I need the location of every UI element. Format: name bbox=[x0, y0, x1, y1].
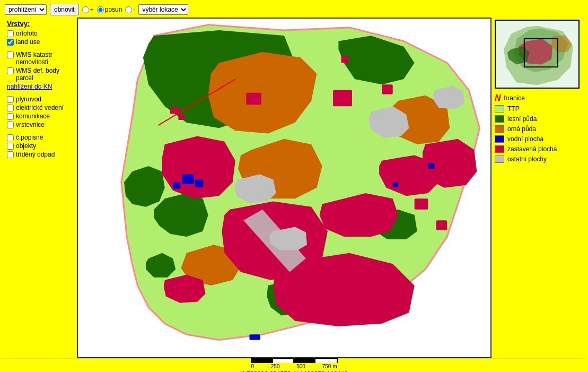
legend-label-ttp: TTP bbox=[507, 105, 520, 113]
legend-lesni: lesní půda bbox=[495, 115, 581, 123]
legend-ostatni: ostatní plochy bbox=[495, 155, 581, 163]
elektricke-checkbox[interactable] bbox=[7, 105, 14, 111]
svg-rect-29 bbox=[182, 174, 195, 184]
layer-ortofoto[interactable]: ortofoto bbox=[7, 30, 74, 37]
svg-marker-13 bbox=[162, 136, 235, 199]
sidebar-title: Vrstvy: bbox=[7, 20, 74, 28]
legend-vodni: vodní plocha bbox=[495, 135, 581, 143]
boundary-icon: N bbox=[495, 94, 501, 102]
main-area: Vrstvy: ortofoto land use WMS katastr ne… bbox=[2, 18, 586, 358]
wms-def-label: WMS def. body parcel bbox=[16, 67, 74, 82]
svg-rect-24 bbox=[436, 220, 447, 230]
vrstevnice-checkbox[interactable] bbox=[7, 122, 14, 128]
scale-label-250: 250 bbox=[271, 364, 280, 369]
wms-katastr-checkbox[interactable] bbox=[7, 51, 14, 58]
legend-color-ostatni bbox=[495, 155, 504, 163]
legend-color-zastavena bbox=[495, 145, 504, 153]
legend-label-lesni: lesní půda bbox=[507, 115, 537, 123]
layer-vrstevnice[interactable]: vrstevnice bbox=[7, 121, 74, 128]
wms-katastr-label: WMS katastr nemovitosti bbox=[16, 51, 74, 66]
minimap bbox=[495, 20, 580, 89]
trideny-checkbox[interactable] bbox=[7, 151, 14, 158]
legend-boundary: N hranice bbox=[495, 94, 581, 102]
legend: N hranice TTP lesní půda orná půda bbox=[495, 94, 581, 163]
layer-plynovod[interactable]: plynovod bbox=[7, 96, 74, 103]
layer-landuse[interactable]: land use bbox=[7, 38, 74, 46]
svg-rect-39 bbox=[178, 115, 185, 120]
radio-plus-label[interactable]: + bbox=[82, 6, 94, 13]
layer-trideny[interactable]: tříděný odpad bbox=[7, 151, 74, 158]
objekty-checkbox[interactable] bbox=[7, 143, 14, 150]
layer-wms-def[interactable]: WMS def. body parcel bbox=[7, 67, 74, 82]
legend-label-orna: orná půda bbox=[507, 125, 536, 133]
svg-rect-33 bbox=[393, 183, 398, 187]
radio-minus[interactable] bbox=[125, 6, 132, 13]
boundary-label: hranice bbox=[504, 94, 525, 102]
mode-select[interactable]: prohlížení bbox=[5, 4, 47, 15]
layer-elektricke[interactable]: elektrické vedení bbox=[7, 104, 74, 111]
legend-color-lesni bbox=[495, 115, 504, 123]
radio-plus[interactable] bbox=[82, 6, 89, 13]
legend-zastavena: zastavená plocha bbox=[495, 145, 581, 153]
map-svg bbox=[78, 19, 490, 357]
ortofoto-checkbox[interactable] bbox=[7, 30, 14, 37]
legend-ttp: TTP bbox=[495, 105, 581, 113]
svg-rect-34 bbox=[249, 334, 260, 340]
legend-label-ostatni: ostatní plochy bbox=[507, 155, 547, 163]
legend-label-vodni: vodní plocha bbox=[507, 135, 543, 143]
scale-bar: 0 250 500 750 m bbox=[251, 358, 338, 369]
ortofoto-label: ortofoto bbox=[16, 30, 38, 37]
svg-rect-31 bbox=[173, 183, 180, 189]
svg-rect-37 bbox=[341, 56, 348, 63]
refresh-button[interactable]: obnovit bbox=[50, 4, 79, 15]
layer-komunikace[interactable]: komunikace bbox=[7, 113, 74, 120]
landuse-checkbox[interactable] bbox=[7, 39, 14, 46]
radio-minus-label[interactable]: - bbox=[125, 6, 135, 13]
komunikace-checkbox[interactable] bbox=[7, 113, 14, 120]
vrstevnice-label: vrstevnice bbox=[16, 121, 45, 128]
wms-def-checkbox[interactable] bbox=[7, 67, 14, 74]
layer-cpopisne[interactable]: č.popisné bbox=[7, 134, 74, 141]
layer-wms-katastr[interactable]: WMS katastr nemovitosti bbox=[7, 51, 74, 66]
status-bar: 0 250 500 750 m X-722896.234558, Y-11933… bbox=[2, 358, 586, 372]
sidebar: Vrstvy: ortofoto land use WMS katastr ne… bbox=[4, 18, 77, 358]
elektricke-label: elektrické vedení bbox=[16, 104, 64, 111]
svg-rect-38 bbox=[170, 107, 180, 114]
svg-rect-32 bbox=[428, 163, 434, 169]
legend-label-zastavena: zastavená plocha bbox=[507, 145, 557, 153]
legend-color-ttp bbox=[495, 105, 504, 113]
svg-rect-23 bbox=[415, 198, 428, 209]
komunikace-label: komunikace bbox=[16, 113, 50, 120]
plynovod-checkbox[interactable] bbox=[7, 96, 14, 103]
landuse-label: land use bbox=[16, 38, 40, 46]
radio-posun[interactable] bbox=[97, 6, 104, 13]
scale-label-750: 750 m bbox=[322, 364, 337, 369]
legend-orna: orná půda bbox=[495, 125, 581, 133]
trideny-label: tříděný odpad bbox=[16, 151, 55, 158]
cpopisne-checkbox[interactable] bbox=[7, 134, 14, 141]
scale-label-0: 0 bbox=[251, 364, 254, 369]
right-panel: N hranice TTP lesní půda orná půda bbox=[492, 18, 584, 358]
lokace-select[interactable]: výběr lokace bbox=[138, 4, 188, 15]
legend-color-vodni bbox=[495, 135, 504, 143]
cpopisne-label: č.popisné bbox=[16, 134, 43, 141]
layer-objekty[interactable]: objekty bbox=[7, 142, 74, 150]
map-container[interactable] bbox=[77, 18, 492, 358]
radio-posun-label[interactable]: posun bbox=[97, 6, 122, 13]
scale-line: 0 250 500 750 m bbox=[251, 358, 338, 369]
svg-rect-21 bbox=[382, 84, 392, 94]
svg-rect-22 bbox=[246, 93, 261, 105]
svg-rect-20 bbox=[333, 90, 352, 107]
objekty-label: objekty bbox=[16, 142, 36, 150]
plynovod-label: plynovod bbox=[16, 96, 41, 103]
svg-rect-30 bbox=[195, 179, 203, 187]
kn-link-item[interactable]: nahlížení do KN bbox=[7, 83, 74, 90]
legend-color-orna bbox=[495, 125, 504, 133]
kn-link[interactable]: nahlížení do KN bbox=[7, 83, 52, 90]
toolbar: prohlížení obnovit + posun - výběr lokac… bbox=[2, 2, 586, 18]
scale-label-500: 500 bbox=[296, 364, 305, 369]
